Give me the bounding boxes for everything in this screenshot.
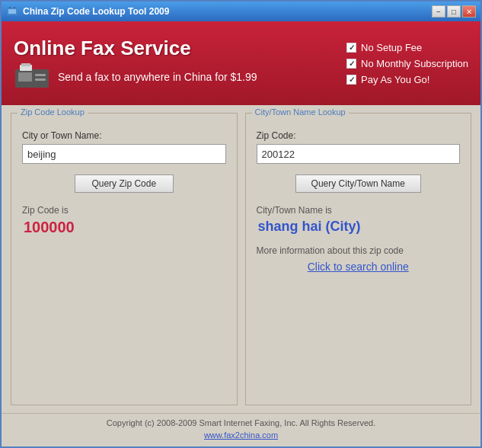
- main-content: Zip Code Lookup City or Town Name: Query…: [2, 105, 480, 413]
- checkbox-no-subscription: [346, 59, 356, 69]
- svg-rect-9: [21, 63, 30, 66]
- svg-rect-5: [18, 72, 32, 82]
- title-bar: China Zip Code Lookup Tool 2009 − □ ✕: [2, 2, 480, 21]
- header-title: Online Fax Service: [14, 37, 331, 60]
- feature-pay-as-you-go-label: Pay As You Go!: [361, 74, 429, 85]
- footer-link[interactable]: www.fax2china.com: [204, 430, 278, 440]
- zip-input[interactable]: [257, 144, 461, 164]
- checkbox-pay-as-you-go: [346, 75, 356, 85]
- feature-no-setup: No Setup Fee: [346, 42, 468, 53]
- city-field-label: City or Town Name:: [22, 130, 226, 141]
- search-online-link[interactable]: Click to search online: [257, 261, 461, 273]
- maximize-button[interactable]: □: [447, 5, 461, 18]
- header-banner: Online Fax Service Send a fax to anywher…: [2, 21, 480, 105]
- zip-lookup-title: Zip Code Lookup: [18, 107, 88, 117]
- svg-rect-6: [35, 74, 46, 76]
- header-features: No Setup Fee No Monthly Subscription Pay…: [331, 42, 468, 85]
- zip-field-label: Zip Code:: [257, 130, 461, 141]
- query-zip-button[interactable]: Query Zip Code: [75, 174, 174, 193]
- city-result-value: shang hai (City): [258, 219, 461, 235]
- copyright-text: Copyright (c) 2008-2009 Smart Internet F…: [9, 418, 473, 427]
- window-controls: − □ ✕: [432, 5, 476, 18]
- city-lookup-title: City/Town Name Lookup: [252, 107, 349, 117]
- zip-lookup-panel: Zip Code Lookup City or Town Name: Query…: [11, 113, 238, 405]
- more-info-label: More information about this zip code: [257, 245, 461, 256]
- svg-rect-7: [35, 78, 46, 81]
- fax-machine-icon: [14, 63, 50, 91]
- header-subtitle: Send a fax to anywhere in China for $1.9…: [58, 71, 257, 83]
- query-city-button[interactable]: Query City/Town Name: [295, 174, 421, 193]
- zip-result-value: 100000: [24, 219, 226, 236]
- header-left: Online Fax Service Send a fax to anywher…: [14, 37, 331, 91]
- feature-pay-as-you-go: Pay As You Go!: [346, 74, 468, 85]
- svg-rect-3: [14, 7, 15, 8]
- app-icon: [6, 5, 18, 18]
- feature-no-subscription: No Monthly Subscription: [346, 58, 468, 69]
- feature-no-setup-label: No Setup Fee: [361, 42, 422, 53]
- feature-no-subscription-label: No Monthly Subscription: [361, 58, 468, 69]
- city-input[interactable]: [22, 144, 226, 164]
- zip-result-label: Zip Code is: [22, 205, 226, 216]
- city-result-label: City/Town Name is: [257, 205, 461, 216]
- svg-rect-1: [8, 9, 16, 14]
- footer: Copyright (c) 2008-2009 Smart Internet F…: [2, 413, 480, 446]
- svg-rect-2: [9, 7, 11, 8]
- app-title: China Zip Code Lookup Tool 2009: [23, 6, 169, 17]
- checkbox-no-setup: [346, 43, 356, 53]
- close-button[interactable]: ✕: [462, 5, 476, 18]
- minimize-button[interactable]: −: [432, 5, 445, 18]
- city-lookup-panel: City/Town Name Lookup Zip Code: Query Ci…: [245, 113, 472, 405]
